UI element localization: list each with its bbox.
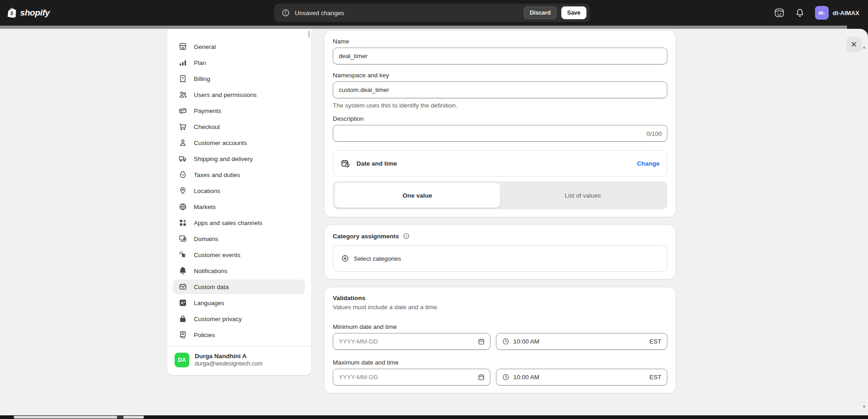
sidebar-item-label: Domains [194,236,218,242]
sidebar-item-label: Shipping and delivery [194,156,253,162]
taxes-icon: % [178,170,187,179]
cart-icon [178,122,187,131]
sidebar-item-customer-events[interactable]: Customer events [173,247,305,262]
sidebar-item-label: Notifications [194,268,228,274]
sidebar-item-custom-data[interactable]: Custom data [173,279,305,294]
sidebar-item-languages[interactable]: AaLanguages [173,295,305,310]
sidebar-item-taxes-and-duties[interactable]: %Taxes and duties [173,167,305,182]
validations-title: Validations [333,295,365,301]
svg-text:A: A [181,301,183,305]
sidebar-item-billing[interactable]: $Billing [173,71,305,86]
description-input[interactable] [333,125,667,142]
svg-text:%: % [181,173,184,177]
sidebar-item-label: Markets [194,204,216,210]
sidebar-item-shipping-and-delivery[interactable]: Shipping and delivery [173,151,305,166]
sidebar-item-label: Taxes and duties [194,172,240,178]
maximum-timezone: EST [650,374,661,381]
custom-data-icon [178,282,187,291]
sidebar-item-label: Customer accounts [194,140,247,146]
calendar-icon[interactable] [477,338,485,346]
markets-icon [178,202,187,211]
definition-card: Name Namespace and key The system uses t… [325,31,676,217]
clock-icon [502,373,510,381]
store-icon [178,42,187,51]
alert-icon [281,8,290,17]
user-email: durga@wedesigntech.com [195,360,262,367]
name-input[interactable] [333,48,667,64]
namespace-input[interactable] [333,81,667,98]
plus-circle-icon [341,254,349,263]
horizontal-scrollbar-thumb[interactable] [117,416,123,419]
metafield-definition-form: Name Namespace and key The system uses t… [325,31,676,393]
sidebar-item-general[interactable]: General [173,39,305,54]
languages-icon: Aa [178,298,187,307]
sidebar-item-users-and-permissions[interactable]: Users and permissions [173,87,305,102]
sidebar-item-apps-and-sales-channels[interactable]: Apps and sales channels [173,215,305,230]
list-of-values-segment[interactable]: List of values [500,183,666,208]
category-assignments-title: Category assignments [333,233,399,240]
sidebar-item-customer-privacy[interactable]: Customer privacy [173,312,305,326]
sidebar-item-plan[interactable]: Plan [173,55,305,70]
save-button[interactable]: Save [561,6,586,19]
one-value-segment[interactable]: One value [335,183,500,208]
scroll-up-arrow[interactable]: ▲ [862,45,866,49]
maximum-date-label: Maximum date and time [333,359,667,366]
sidebar-item-locations[interactable]: Locations [173,183,305,198]
sidebar-item-domains[interactable]: Domains [173,231,305,246]
close-settings-button[interactable]: ✕ [846,37,862,52]
user-account[interactable]: DA Durga Nandhini A durga@wedesigntech.c… [167,346,311,373]
store-name: dt-AIMAX [833,10,860,16]
sidebar-item-label: Plan [194,59,206,66]
truck-icon [178,154,187,163]
namespace-label: Namespace and key [333,72,667,79]
minimum-time-value: 10:00 AM [513,338,539,345]
sidebar-item-label: Billing [194,75,210,82]
sidebar-item-customer-accounts[interactable]: Customer accounts [173,135,305,150]
person-icon [178,138,187,147]
sidebar-scrollbar[interactable] [308,31,310,38]
select-categories-button[interactable]: Select categories [333,245,667,272]
apps-icon [178,218,187,227]
scroll-down-arrow[interactable]: ▼ [862,405,866,409]
change-type-link[interactable]: Change [637,160,660,167]
sidebar-item-label: General [194,43,216,50]
bell-icon [178,266,187,275]
unsaved-changes-bar: Unsaved changes Discard Save [274,4,590,22]
sidebar-item-checkout[interactable]: Checkout [173,119,305,134]
shopify-bag-icon: S [6,7,19,19]
info-icon[interactable] [403,232,410,240]
sidekick-icon[interactable] [774,7,785,18]
content-type-row: Date and time Change [333,150,667,177]
horizontal-scrollbar[interactable] [14,416,144,419]
unsaved-changes-text: Unsaved changes [295,10,344,16]
sidebar-item-payments[interactable]: Payments [173,103,305,118]
sidebar-item-markets[interactable]: Markets [173,199,305,214]
calendar-icon[interactable] [477,373,485,381]
minimum-date-input[interactable] [333,333,490,350]
name-label: Name [333,38,667,45]
shopify-logo[interactable]: S shopify [6,7,50,19]
minimum-time-input[interactable]: 10:00 AM EST [496,333,667,350]
sidebar-item-notifications[interactable]: Notifications [173,263,305,278]
description-char-counter: 0/100 [646,130,662,137]
discard-button[interactable]: Discard [524,6,557,19]
billing-icon: $ [178,74,187,83]
content-type-label: Date and time [357,160,397,167]
shopify-wordmark: shopify [20,8,50,18]
maximum-time-input[interactable]: 10:00 AM EST [496,369,667,386]
top-bar: S shopify Unsaved changes Discard Save d… [0,0,868,26]
sidebar-item-label: Checkout [194,124,220,130]
store-menu[interactable]: dt- dt-AIMAX [815,6,860,20]
minimum-date-label: Minimum date and time [333,323,667,330]
clock-icon [502,338,510,345]
date-time-icon [341,159,350,168]
payments-icon [178,106,187,115]
sidebar-item-policies[interactable]: Policies [173,328,305,342]
maximum-date-input[interactable] [333,369,490,386]
cardinality-toggle: One value List of values [333,181,667,210]
lock-icon [178,314,187,323]
sidebar-item-label: Locations [194,188,220,194]
select-categories-label: Select categories [354,255,401,262]
minimum-timezone: EST [650,338,661,345]
notifications-bell-icon[interactable] [795,8,805,18]
